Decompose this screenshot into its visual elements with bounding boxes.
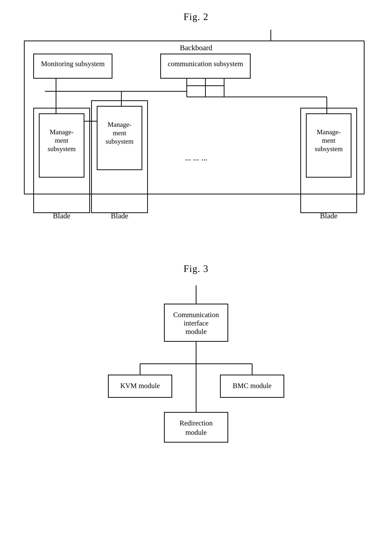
svg-text:module: module: [185, 428, 207, 436]
svg-text:Manage-: Manage-: [50, 128, 74, 136]
svg-text:subsystem: subsystem: [48, 145, 76, 153]
svg-rect-48: [164, 304, 228, 341]
svg-rect-40: [306, 114, 351, 177]
svg-text:ment: ment: [322, 137, 335, 144]
svg-text:Manage-: Manage-: [317, 128, 341, 136]
svg-text:Monitoring subsystem: Monitoring subsystem: [41, 60, 105, 68]
svg-text:subsystem: subsystem: [105, 138, 133, 145]
svg-rect-39: [301, 108, 357, 213]
svg-text:Backboard: Backboard: [180, 43, 212, 52]
svg-text:Blade: Blade: [320, 212, 337, 220]
svg-text:Communication: Communication: [173, 311, 219, 319]
fig2-diagram: Backboard Monitoring subsystem communica…: [19, 30, 374, 244]
svg-text:Blade: Blade: [53, 212, 70, 220]
fig3-diagram: Communication interface module KVM modul…: [84, 285, 308, 453]
svg-rect-61: [164, 412, 228, 442]
svg-text:ment: ment: [55, 137, 68, 144]
svg-text:ment: ment: [113, 129, 126, 137]
svg-text:Blade: Blade: [111, 212, 128, 220]
svg-rect-24: [34, 108, 90, 213]
svg-text:interface: interface: [184, 319, 208, 327]
svg-rect-58: [220, 375, 284, 397]
svg-rect-4: [160, 54, 250, 78]
svg-rect-56: [108, 375, 172, 397]
svg-text:module: module: [185, 328, 207, 335]
fig2-title: Fig. 2: [15, 11, 377, 22]
svg-rect-0: [24, 41, 364, 194]
svg-text:Manage-: Manage-: [107, 121, 131, 128]
svg-text:Redirection: Redirection: [179, 419, 213, 427]
svg-rect-25: [39, 114, 84, 177]
svg-rect-2: [34, 54, 112, 78]
svg-text:communication subsystem: communication subsystem: [167, 60, 243, 68]
svg-text:BMC module: BMC module: [233, 382, 272, 390]
fig3-title: Fig. 3: [15, 263, 377, 274]
svg-text:KVM module: KVM module: [120, 382, 160, 390]
svg-text:subsystem: subsystem: [315, 145, 343, 153]
svg-rect-32: [97, 106, 142, 170]
svg-text:... ... ...: ... ... ...: [185, 153, 207, 162]
page: Fig. 2 Backboard Monitoring subsystem co…: [0, 0, 392, 544]
svg-rect-31: [91, 101, 148, 213]
